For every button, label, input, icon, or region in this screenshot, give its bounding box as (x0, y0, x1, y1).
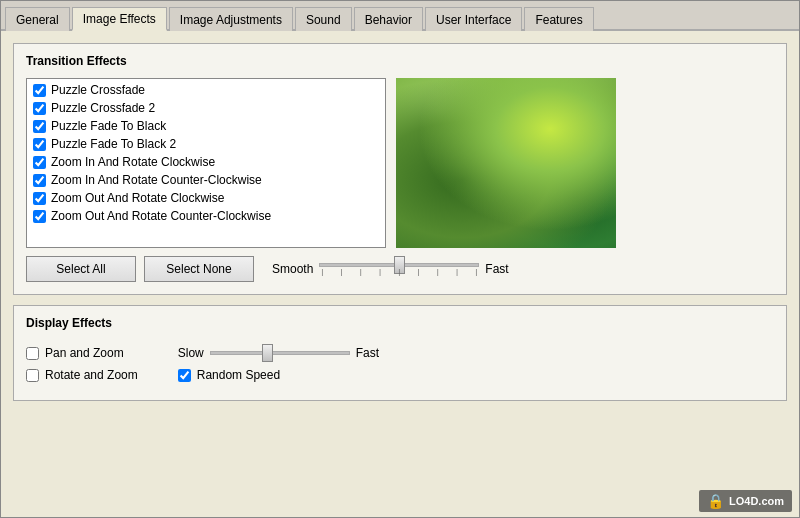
pan-zoom-label: Pan and Zoom (45, 346, 124, 360)
random-speed-row: Random Speed (178, 368, 379, 382)
display-effects-section: Display Effects Pan and Zoom Rotate and … (13, 305, 787, 401)
tab-general[interactable]: General (5, 7, 70, 31)
watermark: 🔒 LO4D.com (699, 490, 792, 512)
select-all-button[interactable]: Select All (26, 256, 136, 282)
select-none-button[interactable]: Select None (144, 256, 254, 282)
zoom-in-cw-checkbox[interactable] (33, 156, 46, 169)
transition-effects-title: Transition Effects (26, 54, 774, 68)
smooth-label: Smooth (272, 262, 313, 276)
puzzle-fade-black-checkbox[interactable] (33, 120, 46, 133)
effects-list[interactable]: Puzzle Crossfade Puzzle Crossfade 2 Puzz… (26, 78, 386, 248)
zoom-in-ccw-checkbox[interactable] (33, 174, 46, 187)
puzzle-crossfade-checkbox[interactable] (33, 84, 46, 97)
list-item[interactable]: Zoom In And Rotate Clockwise (29, 153, 383, 171)
list-item[interactable]: Zoom Out And Rotate Clockwise (29, 189, 383, 207)
zoom-out-ccw-checkbox[interactable] (33, 210, 46, 223)
watermark-text: LO4D.com (729, 495, 784, 507)
tab-behavior[interactable]: Behavior (354, 7, 423, 31)
list-item[interactable]: Zoom In And Rotate Counter-Clockwise (29, 171, 383, 189)
display-effects-content: Pan and Zoom Rotate and Zoom Slow Fast (26, 340, 774, 388)
slider-container: | | | | | | | | | (319, 263, 479, 276)
random-speed-label: Random Speed (197, 368, 280, 382)
rotate-zoom-checkbox[interactable] (26, 369, 39, 382)
transition-effects-section: Transition Effects Puzzle Crossfade Puzz… (13, 43, 787, 295)
random-speed-checkbox[interactable] (178, 369, 191, 382)
settings-window: General Image Effects Image Adjustments … (0, 0, 800, 518)
preview-image (396, 78, 616, 248)
list-item[interactable]: Puzzle Crossfade 2 (29, 99, 383, 117)
speed-col: Slow Fast Random Speed (178, 346, 379, 382)
display-speed-slider[interactable] (210, 351, 350, 355)
display-effects-title: Display Effects (26, 316, 774, 330)
puzzle-crossfade2-checkbox[interactable] (33, 102, 46, 115)
tab-user-interface[interactable]: User Interface (425, 7, 522, 31)
slow-label: Slow (178, 346, 204, 360)
display-speed-slider-row: Slow Fast (178, 346, 379, 360)
tab-bar: General Image Effects Image Adjustments … (1, 1, 799, 31)
speed-slider-area: Smooth | | | | | | | | (272, 262, 509, 276)
display-fast-label: Fast (356, 346, 379, 360)
rotate-zoom-label: Rotate and Zoom (45, 368, 138, 382)
rotate-zoom-row: Rotate and Zoom (26, 368, 138, 382)
slider-ticks: | | | | | | | | | (319, 267, 479, 276)
tab-image-adjustments[interactable]: Image Adjustments (169, 7, 293, 31)
tab-features[interactable]: Features (524, 7, 593, 31)
watermark-icon: 🔒 (707, 493, 724, 509)
tab-image-effects[interactable]: Image Effects (72, 7, 167, 31)
list-item[interactable]: Zoom Out And Rotate Counter-Clockwise (29, 207, 383, 225)
pan-zoom-checkbox[interactable] (26, 347, 39, 360)
tab-sound[interactable]: Sound (295, 7, 352, 31)
list-item[interactable]: Puzzle Fade To Black 2 (29, 135, 383, 153)
preview-image-inner (396, 78, 616, 248)
pan-zoom-row: Pan and Zoom (26, 346, 138, 360)
list-item[interactable]: Puzzle Crossfade (29, 81, 383, 99)
zoom-out-cw-checkbox[interactable] (33, 192, 46, 205)
checkboxes-col: Pan and Zoom Rotate and Zoom (26, 346, 138, 382)
fast-label: Fast (485, 262, 508, 276)
list-item[interactable]: Puzzle Fade To Black (29, 117, 383, 135)
buttons-slider-row: Select All Select None Smooth | | | | | (26, 256, 774, 282)
content-area: Transition Effects Puzzle Crossfade Puzz… (1, 31, 799, 517)
puzzle-fade-black2-checkbox[interactable] (33, 138, 46, 151)
transition-top-area: Puzzle Crossfade Puzzle Crossfade 2 Puzz… (26, 78, 774, 248)
